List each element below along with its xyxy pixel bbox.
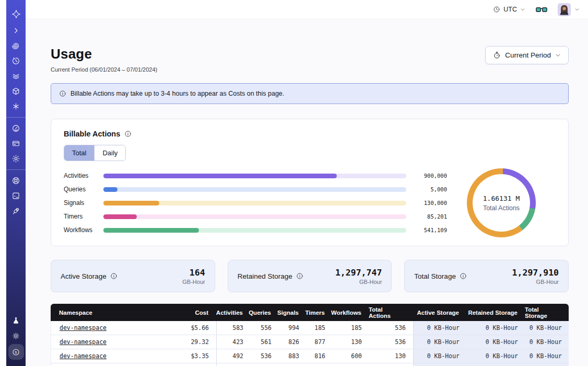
chart-category-label: Queries [64, 186, 103, 193]
sidebar-item-asterisk[interactable] [6, 99, 26, 114]
asterisk-icon [11, 102, 20, 111]
column-header: Total Storage [525, 304, 569, 321]
sidebar-item-usage[interactable] [6, 121, 26, 136]
info-banner-text: Billable Actions may take up to 3-4 hour… [70, 90, 284, 97]
retained-storage-card: Retained Storage 1,297,747 GB-Hour [228, 260, 392, 292]
activities-cell: 583 [216, 321, 251, 335]
info-icon [59, 90, 66, 97]
chart-value-label: 85,201 [415, 213, 447, 220]
stopwatch-icon [493, 51, 501, 59]
namespace-link[interactable]: dev-namespace [60, 338, 107, 346]
billable-info-icon[interactable] [124, 130, 132, 138]
active-storage-cell: 0 KB-Hour [413, 321, 467, 335]
tab-daily[interactable]: Daily [94, 145, 125, 161]
sidebar-item-usage-billing-active[interactable]: $ [8, 344, 24, 360]
storage-summary-row: Active Storage 164 GB-Hour Retained Stor… [51, 260, 569, 292]
period-dropdown-button[interactable]: Current Period [485, 46, 569, 64]
queries-cell: 561 [251, 335, 279, 349]
billable-actions-card: Billable Actions Total Daily Activities … [51, 119, 569, 246]
sidebar: $ [6, 0, 26, 366]
chart-bar-fill [103, 228, 199, 233]
activities-cell: 423 [216, 335, 251, 349]
feedback-terminal-icon [11, 191, 20, 200]
retained-storage-info-icon[interactable] [296, 272, 303, 280]
sidebar-item-history[interactable] [6, 53, 26, 68]
active-storage-label: Active Storage [61, 272, 107, 280]
table-header-row: Namespace Cost Activities Queries Signal… [51, 304, 569, 321]
cost-cell: 29.32 [170, 335, 216, 349]
sidebar-item-settings[interactable] [6, 151, 26, 166]
retained-storage-value: 1,297,747 [335, 268, 382, 278]
workflows-cell: 600 [333, 349, 369, 363]
sidebar-item-expand[interactable] [6, 23, 26, 38]
timezone-selector[interactable]: UTC [493, 6, 525, 13]
page-header: Usage Current Period (06/01/2024 – 07/01… [51, 46, 569, 73]
sidebar-item-billing[interactable] [6, 136, 26, 151]
temporal-logo-icon [11, 9, 21, 19]
table-row: dev-namespace $3.35 492 536 883 816 600 … [51, 349, 569, 363]
sidebar-item-getting-started[interactable] [6, 203, 26, 219]
active-storage-cell: 0 KB-Hour [413, 335, 467, 349]
sidebar-item-labs[interactable] [6, 313, 26, 328]
donut-total-value: 1.66131 M [483, 195, 520, 202]
chart-row-timers: Timers 85,201 [64, 210, 447, 223]
retained-storage-cell: 0 KB-Hour [467, 335, 525, 349]
glasses-button[interactable] [536, 6, 547, 14]
chart-value-label: 130,000 [415, 200, 447, 206]
active-storage-cell: 0 KB-Hour [413, 349, 467, 363]
cube-icon [11, 87, 20, 96]
tab-total[interactable]: Total [64, 145, 94, 161]
timers-cell: 185 [307, 321, 333, 335]
queries-cell: 556 [251, 321, 279, 335]
sidebar-item-home[interactable] [6, 5, 26, 23]
chart-value-label: 900,000 [415, 173, 447, 179]
billable-actions-title: Billable Actions [64, 130, 120, 138]
page-subtitle: Current Period (06/01/2024 – 07/01/2024) [51, 66, 157, 73]
namespace-link[interactable]: dev-namespace [60, 324, 107, 331]
cost-cell: $3.35 [170, 349, 216, 363]
column-header: Workflows [332, 304, 369, 321]
chart-bar-fill [103, 201, 159, 205]
total-storage-info-icon[interactable] [460, 272, 467, 280]
table-row-partial [51, 363, 569, 366]
chevron-right-icon [11, 26, 20, 35]
column-header: Queries [250, 304, 278, 321]
gauge-icon [11, 124, 20, 133]
namespace-usage-table: Namespace Cost Activities Queries Signal… [51, 304, 569, 366]
sidebar-item-layers[interactable] [6, 68, 26, 84]
chevron-down-icon [520, 7, 525, 12]
chart-row-activities: Activities 900,000 [64, 169, 447, 182]
chart-category-label: Activities [64, 172, 103, 179]
chart-bar-fill [103, 187, 117, 192]
spiral-icon [11, 41, 20, 50]
signals-cell: 826 [279, 335, 307, 349]
timers-cell: 816 [307, 349, 333, 363]
queries-cell: 536 [251, 349, 279, 363]
active-storage-info-icon[interactable] [110, 272, 117, 280]
column-header: Active Storage [413, 304, 466, 321]
sidebar-item-cube[interactable] [6, 84, 26, 99]
workflows-cell: 185 [333, 321, 369, 335]
total-actions-donut: 1.66131 M Total Actions [447, 168, 556, 237]
namespace-link[interactable]: dev-namespace [60, 352, 107, 360]
column-header: Cost [170, 304, 216, 321]
active-storage-unit: GB-Hour [182, 279, 205, 285]
retained-storage-cell: 0 KB-Hour [467, 349, 525, 363]
total-actions-cell: 536 [369, 335, 413, 349]
chart-row-queries: Queries 5,000 [64, 182, 447, 196]
activities-cell: 492 [216, 349, 251, 363]
retained-storage-label: Retained Storage [238, 272, 292, 280]
sidebar-item-support[interactable] [6, 173, 26, 188]
chart-bar-track [103, 174, 406, 178]
account-menu[interactable] [558, 3, 580, 16]
table-row: dev-namespace $5.66 583 556 994 185 185 … [51, 321, 569, 335]
history-clock-icon [11, 56, 20, 65]
sidebar-item-theme[interactable] [6, 328, 26, 344]
sidebar-item-spiral[interactable] [6, 38, 26, 53]
chart-category-label: Timers [64, 213, 103, 220]
table-row: dev-namespace 29.32 423 561 826 877 130 … [51, 335, 569, 349]
sidebar-item-feedback[interactable] [6, 188, 26, 203]
total-storage-value: 1,297,910 [512, 268, 559, 278]
chart-bar-track [103, 201, 406, 205]
billable-actions-chart: Activities 900,000 Queries 5,000 Signals… [64, 168, 556, 237]
